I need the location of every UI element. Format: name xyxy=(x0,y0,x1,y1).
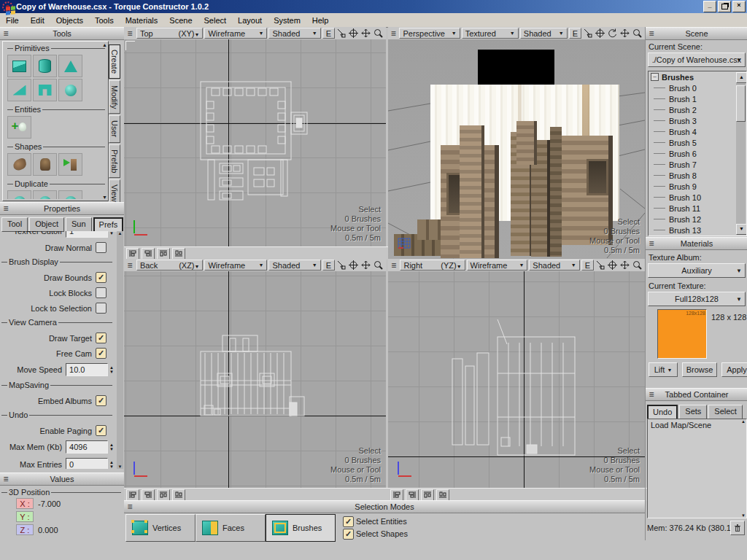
scroll-down-icon[interactable]: ▼ xyxy=(736,224,747,235)
menu-tools[interactable]: Tools xyxy=(89,15,120,26)
tabbed-tab-sets[interactable]: Sets xyxy=(679,405,707,419)
spinner-texref-cutoff[interactable]: 1▲▼ xyxy=(66,231,114,238)
tabbed-container-header[interactable]: ≡ Tabbed Container xyxy=(646,388,747,401)
render-mode-dropdown[interactable]: Textured▼ xyxy=(462,28,519,39)
menu-file[interactable]: File xyxy=(0,15,25,26)
view-select-dropdown[interactable]: Back(XZ)▼ xyxy=(136,260,204,271)
dup-tool-button[interactable] xyxy=(33,190,57,199)
tools-tab-user[interactable]: User xyxy=(109,115,120,142)
menu-layout[interactable]: Layout xyxy=(232,15,268,26)
scroll-up-icon[interactable]: ▲ xyxy=(736,72,747,83)
cylinder-tool-button[interactable] xyxy=(33,55,57,77)
lift-button[interactable]: Lift▼ xyxy=(649,362,678,377)
checkbox-select-entities[interactable]: ✓ xyxy=(343,516,354,527)
target-tool-icon[interactable] xyxy=(349,28,358,38)
align-left-icon[interactable] xyxy=(126,489,139,501)
edit-button[interactable]: E xyxy=(569,28,581,39)
zoom-tool-icon[interactable] xyxy=(374,28,383,38)
align-top-icon[interactable] xyxy=(157,248,170,260)
box-tool-button[interactable] xyxy=(7,55,31,77)
title-bar[interactable]: Copy of Warehouse.csx - Torque Construct… xyxy=(0,0,747,13)
tree-item-brush-5[interactable]: Brush 5 xyxy=(649,137,746,148)
spinner-value[interactable]: 4096 xyxy=(66,440,108,454)
tree-item-brush-7[interactable]: Brush 7 xyxy=(649,159,746,170)
scene-file-dropdown[interactable]: ./Copy of Warehouse.csx▼ xyxy=(648,52,746,67)
close-button[interactable]: × xyxy=(732,1,746,12)
tree-item-brush-4[interactable]: Brush 4 xyxy=(649,126,746,137)
wedge-tool-button[interactable] xyxy=(7,79,31,101)
align-bottom-icon[interactable] xyxy=(172,489,185,501)
panel-grip-icon[interactable]: ≡ xyxy=(389,260,398,271)
spinner-down-icon[interactable]: ▼ xyxy=(109,447,114,451)
panel-grip-icon[interactable]: ≡ xyxy=(124,502,136,512)
zoom-tool-icon[interactable] xyxy=(632,260,642,270)
panel-grip-icon[interactable]: ≡ xyxy=(646,389,657,400)
tree-item-brush-2[interactable]: Brush 2 xyxy=(649,104,746,115)
menu-help[interactable]: Help xyxy=(306,15,335,26)
select-tool-icon[interactable] xyxy=(336,28,346,38)
scroll-up-icon[interactable]: ▲ xyxy=(741,419,746,424)
tree-item-brush-9[interactable]: Brush 9 xyxy=(649,181,746,192)
properties-tab-sun[interactable]: Sun xyxy=(66,217,92,232)
spinner-arrows[interactable]: ▲▼ xyxy=(109,365,114,374)
target-tool-icon[interactable] xyxy=(349,260,358,270)
tree-item-brush-3[interactable]: Brush 3 xyxy=(649,115,746,126)
selection-modes-header[interactable]: ≡ Selection Modes xyxy=(124,500,645,513)
spinner-max-entries[interactable]: 0▲▼ xyxy=(66,458,114,469)
tools-tab-create[interactable]: Create xyxy=(109,44,120,79)
properties-scrollbar[interactable]: ▲ ▼ xyxy=(117,231,123,469)
texture-swatch[interactable]: 128x128 xyxy=(657,309,707,359)
tools-panel-header[interactable]: ≡ Tools xyxy=(0,27,124,40)
panel-grip-icon[interactable]: ≡ xyxy=(646,238,657,249)
arch-tool-button[interactable] xyxy=(33,79,57,101)
view-select-dropdown[interactable]: Top(XY)▼ xyxy=(136,28,204,39)
values-panel-header[interactable]: ≡ Values xyxy=(0,472,124,486)
render-mode-dropdown[interactable]: Wireframe▼ xyxy=(467,260,528,271)
viewport-top-canvas[interactable]: Select0 Brushes Mouse or Tool0.5m / 5m xyxy=(124,39,386,246)
spinner-value[interactable]: 10.0 xyxy=(66,363,108,376)
shape-insert-tool-button[interactable] xyxy=(58,153,82,176)
spinner-arrows[interactable]: ▲▼ xyxy=(109,231,114,236)
panel-grip-icon[interactable]: ≡ xyxy=(646,28,657,39)
menu-select[interactable]: Select xyxy=(198,15,233,26)
spinner-down-icon[interactable]: ▼ xyxy=(109,370,114,374)
target-tool-icon[interactable] xyxy=(595,28,605,38)
apply-button[interactable]: Apply xyxy=(721,362,747,377)
checkbox-select-shapes[interactable]: ✓ xyxy=(343,529,354,540)
panel-grip-icon[interactable]: ≡ xyxy=(0,474,12,484)
panel-grip-icon[interactable]: ≡ xyxy=(125,260,135,271)
texture-album-dropdown[interactable]: Auxiliary▼ xyxy=(648,263,746,278)
align-left-icon[interactable] xyxy=(390,489,403,501)
tools-scroll-down-icon[interactable]: ▼ xyxy=(102,195,107,200)
tabbed-tab-select[interactable]: Select xyxy=(708,405,743,419)
properties-panel-header[interactable]: ≡ Properties xyxy=(0,202,124,215)
spinner-value[interactable]: 1 xyxy=(66,231,108,238)
viewport-right-canvas[interactable]: Select0 Brushes Mouse or Tool0.5m / 5m xyxy=(388,271,645,488)
scroll-thumb[interactable] xyxy=(736,85,746,122)
panel-grip-icon[interactable]: ≡ xyxy=(389,28,398,39)
align-right-icon[interactable] xyxy=(406,489,419,501)
scroll-up-icon[interactable]: ▲ xyxy=(117,231,123,236)
mode-button-vertices[interactable]: Vertices xyxy=(125,514,196,542)
rotate-tool-icon[interactable] xyxy=(608,28,617,38)
restore-button[interactable] xyxy=(718,1,731,12)
spinner-max-mem-kb-[interactable]: 4096▲▼ xyxy=(66,440,114,454)
checkbox-lock-blocks[interactable] xyxy=(96,287,107,298)
tree-item-brush-0[interactable]: Brush 0 xyxy=(649,82,746,93)
dup-tool-button[interactable] xyxy=(58,190,82,199)
viewport-perspective-canvas[interactable]: Select0 Brushes Mouse or Tool0.5m / 5m xyxy=(388,39,645,259)
cone-tool-button[interactable] xyxy=(58,55,82,77)
tree-item-brush-11[interactable]: Brush 11 xyxy=(649,203,746,214)
tabbed-tab-undo[interactable]: Undo xyxy=(647,405,678,419)
tree-item-brush-12[interactable]: Brush 12 xyxy=(649,214,746,225)
properties-tab-prefs[interactable]: Prefs xyxy=(93,217,124,232)
view-select-dropdown[interactable]: Right(YZ)▼ xyxy=(400,260,465,271)
current-texture-dropdown[interactable]: Full128x128▼ xyxy=(648,292,746,306)
align-right-icon[interactable] xyxy=(142,248,155,260)
select-tool-icon[interactable] xyxy=(336,260,346,270)
move-tool-icon[interactable] xyxy=(620,260,630,270)
render-mode-dropdown[interactable]: Wireframe▼ xyxy=(204,260,267,271)
target-tool-icon[interactable] xyxy=(608,260,617,270)
viewport-back-canvas[interactable]: Select0 Brushes Mouse or Tool0.5m / 5m xyxy=(124,271,386,488)
menu-scene[interactable]: Scene xyxy=(163,15,198,26)
